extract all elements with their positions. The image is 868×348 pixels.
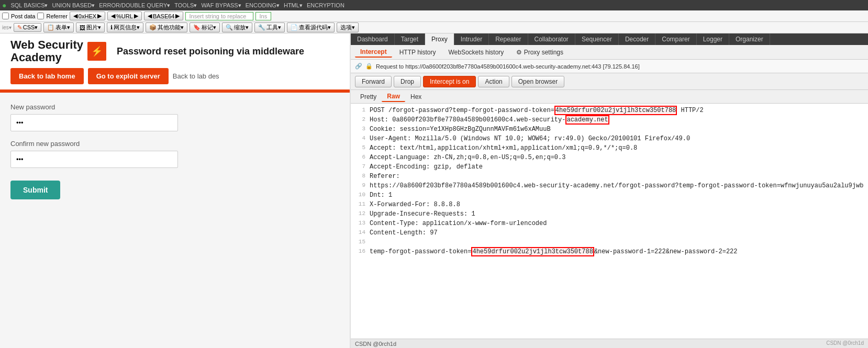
logo-area: Web Security Academy ⚡ bbox=[10, 39, 106, 64]
drop-button[interactable]: Drop bbox=[394, 76, 421, 87]
subtab-http-history[interactable]: HTTP history bbox=[394, 48, 441, 57]
lab-content: New password Confirm new password Submit bbox=[0, 93, 350, 348]
base64-btn[interactable]: ◀ BASE64 ▶ bbox=[144, 12, 184, 20]
logo-text: Web Security Academy bbox=[10, 39, 83, 64]
request-body[interactable]: 1 POST /forgot-password?temp-forgot-pass… bbox=[351, 104, 868, 339]
lightning-icon: ⚡ bbox=[87, 42, 106, 61]
link-icon: 🔗 bbox=[355, 63, 362, 70]
css-btn[interactable]: ✎ CSS▾ bbox=[14, 23, 42, 32]
zoom-btn[interactable]: 🔍缩放▾ bbox=[222, 23, 252, 32]
burp-urlbar: 🔗 🔒 Request to https://0a8600f203bf8e778… bbox=[351, 60, 868, 73]
nav-tab-comparer[interactable]: Comparer bbox=[655, 33, 696, 45]
left-arrow2-icon: ◀ bbox=[111, 13, 115, 19]
lock-icon: 🔒 bbox=[365, 63, 373, 70]
left-arrow-icon: ◀ bbox=[73, 13, 77, 19]
right-panel: Dashboard Target Proxy Intruder Repeater… bbox=[351, 33, 868, 348]
url-text: Request to https://0a8600f203bf8e7780a45… bbox=[376, 63, 640, 70]
nav-tab-logger[interactable]: Logger bbox=[697, 33, 729, 45]
mark-btn[interactable]: 🔖标记▾ bbox=[190, 23, 220, 32]
tools-btn[interactable]: 🔧工具▾ bbox=[254, 23, 285, 32]
req-line-11: 11 X-Forwarded-For: 8.8.8.8 bbox=[355, 200, 864, 209]
req-line-12: 12 Upgrade-Insecure-Requests: 1 bbox=[355, 209, 864, 219]
req-line-7: 7 Accept-Encoding: gzip, deflate bbox=[355, 162, 864, 172]
source-btn[interactable]: 📄查看源代码▾ bbox=[287, 23, 335, 32]
html-menu[interactable]: HTML▾ bbox=[284, 2, 303, 9]
info-btn[interactable]: ℹ网页信息▾ bbox=[107, 23, 143, 32]
referrer-checkbox[interactable] bbox=[37, 13, 44, 19]
req-line-3: 3 Cookie: session=Ye1XHp8GHzBgZQunnMAVFm… bbox=[355, 125, 864, 134]
req-tab-pretty[interactable]: Pretty bbox=[355, 92, 382, 102]
req-line-5: 5 Accept: text/html,application/xhtml+xm… bbox=[355, 143, 864, 153]
nav-tab-sequencer[interactable]: Sequencer bbox=[575, 33, 619, 45]
form-btn[interactable]: 📋表单▾ bbox=[43, 23, 74, 32]
req-line-4: 4 User-Agent: Mozilla/5.0 (Windows NT 10… bbox=[355, 134, 864, 143]
statusbar-text: CSDN @0rch1d bbox=[355, 341, 396, 347]
req-tab-raw[interactable]: Raw bbox=[382, 92, 405, 102]
post-data-label: Post data bbox=[11, 13, 35, 19]
waf-bypass-menu[interactable]: WAF BYPASS▾ bbox=[201, 2, 241, 9]
confirm-password-input[interactable] bbox=[10, 151, 178, 168]
req-line-13: 13 Content-Type: application/x-www-form-… bbox=[355, 219, 864, 228]
image-btn[interactable]: 🖼图片▾ bbox=[76, 23, 105, 32]
dot-icon: ● bbox=[2, 1, 6, 9]
sql-basics-menu[interactable]: SQL BASICS▾ bbox=[10, 2, 48, 9]
nav-tab-proxy[interactable]: Proxy bbox=[425, 33, 454, 45]
post-data-checkbox[interactable] bbox=[2, 13, 9, 19]
encoding-menu[interactable]: ENCODING▾ bbox=[246, 2, 280, 9]
req-line-2: 2 Host: 0a8600f203bf8e7780a4589b001600c4… bbox=[355, 115, 864, 125]
back-to-lab-button[interactable]: Back to lab home bbox=[10, 68, 84, 84]
subtab-proxy-settings[interactable]: ⚙ Proxy settings bbox=[511, 48, 569, 57]
right-arrow2-icon: ▶ bbox=[134, 13, 138, 19]
intercept-is-on-button[interactable]: Intercept is on bbox=[423, 76, 476, 87]
third-toolbar: ies▾ ✎ CSS▾ 📋表单▾ 🖼图片▾ ℹ网页信息▾ 📦其他功能▾ 🔖标记▾… bbox=[0, 22, 868, 33]
req-line-8: 8 Referer: bbox=[355, 172, 864, 181]
insert-string-box[interactable]: Insert string to replace bbox=[185, 12, 253, 20]
burp-subtabs: Intercept HTTP history WebSockets histor… bbox=[351, 45, 868, 60]
second-toolbar: Post data Referrer ◀ 0xHEX ▶ ◀ %URL ▶ ◀ … bbox=[0, 10, 868, 22]
go-to-exploit-button[interactable]: Go to exploit server bbox=[88, 68, 169, 84]
confirm-password-label: Confirm new password bbox=[10, 140, 339, 148]
main-layout: Web Security Academy ⚡ Password reset po… bbox=[0, 33, 868, 348]
options-btn[interactable]: 选项▾ bbox=[337, 23, 359, 32]
right-arrow3-icon: ▶ bbox=[175, 13, 180, 19]
lab-buttons: Back to lab home Go to exploit server Ba… bbox=[10, 68, 339, 84]
nav-tab-dashboard[interactable]: Dashboard bbox=[351, 33, 395, 45]
nav-tab-intruder[interactable]: Intruder bbox=[454, 33, 489, 45]
watermark: CSDN @0rch1d bbox=[826, 340, 864, 346]
nav-tab-repeater[interactable]: Repeater bbox=[489, 33, 528, 45]
req-line-16: 16 temp-forgot-password-token=4he59drfur… bbox=[355, 247, 864, 256]
hex-btn[interactable]: ◀ 0xHEX ▶ bbox=[70, 12, 105, 20]
back-to-lab-desc: Back to lab des bbox=[173, 68, 219, 84]
nav-tab-organizer[interactable]: Organizer bbox=[729, 33, 770, 45]
new-password-input[interactable] bbox=[10, 114, 178, 131]
submit-button[interactable]: Submit bbox=[10, 181, 60, 199]
burp-actions: Forward Drop Intercept is on Action Open… bbox=[351, 73, 868, 90]
right-arrow-icon: ▶ bbox=[97, 13, 102, 19]
nav-tab-target[interactable]: Target bbox=[395, 33, 425, 45]
encryption-menu[interactable]: ENCRYPTION bbox=[307, 2, 344, 8]
req-tabs: Pretty Raw Hex bbox=[351, 90, 868, 104]
error-double-query-menu[interactable]: ERROR/DOUBLE QUERY▾ bbox=[99, 2, 170, 9]
tools-menu[interactable]: TOOLS▾ bbox=[174, 2, 197, 9]
lab-title: Password reset poisoning via middleware bbox=[117, 46, 339, 57]
new-password-label: New password bbox=[10, 103, 339, 111]
req-line-15: 15 bbox=[355, 238, 864, 247]
other-btn[interactable]: 📦其他功能▾ bbox=[146, 23, 187, 32]
nav-tab-collaborator[interactable]: Collaborator bbox=[528, 33, 575, 45]
left-panel: Web Security Academy ⚡ Password reset po… bbox=[0, 33, 351, 348]
new-password-group: New password bbox=[10, 103, 339, 131]
forward-button[interactable]: Forward bbox=[355, 76, 392, 87]
open-browser-button[interactable]: Open browser bbox=[511, 76, 564, 87]
subtab-intercept[interactable]: Intercept bbox=[355, 47, 392, 58]
req-tab-hex[interactable]: Hex bbox=[405, 92, 427, 102]
referrer-label: Referrer bbox=[46, 13, 67, 19]
burp-nav: Dashboard Target Proxy Intruder Repeater… bbox=[351, 33, 868, 45]
union-based-menu[interactable]: UNION BASED▾ bbox=[52, 2, 95, 9]
req-line-6: 6 Accept-Language: zh-CN,zh;q=0.8,en-US;… bbox=[355, 153, 864, 162]
url-btn[interactable]: ◀ %URL ▶ bbox=[107, 12, 142, 20]
req-line-9: 9 https://0a8600f203bf8e7780a4589b001600… bbox=[355, 181, 864, 190]
insert-short-box[interactable]: Ins bbox=[255, 12, 271, 20]
nav-tab-decoder[interactable]: Decoder bbox=[619, 33, 655, 45]
action-button[interactable]: Action bbox=[478, 76, 509, 87]
subtab-websockets-history[interactable]: WebSockets history bbox=[443, 48, 509, 57]
